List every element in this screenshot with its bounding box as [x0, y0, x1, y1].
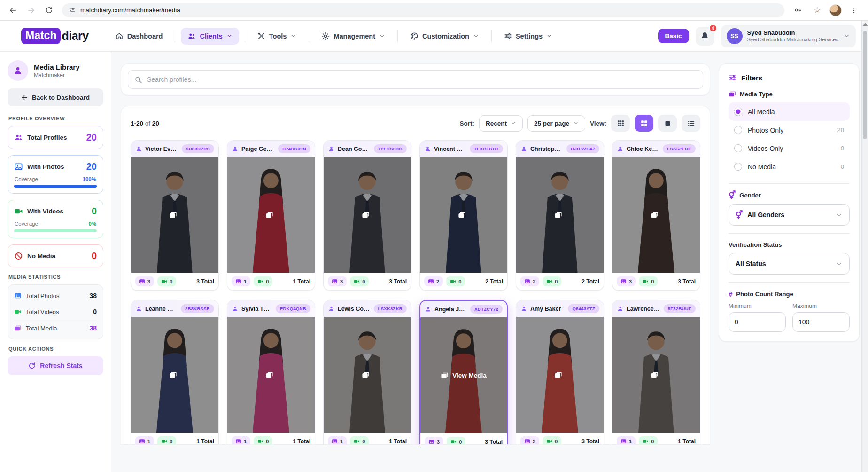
site-info-icon[interactable]: [69, 7, 76, 14]
sort-dropdown[interactable]: Recent: [479, 115, 523, 132]
profile-card[interactable]: Christopher H... HJBAVH4Z: [516, 140, 604, 291]
plan-badge[interactable]: Basic: [658, 29, 689, 43]
profile-id-badge: LSXK3ZKR: [374, 304, 407, 313]
address-bar[interactable]: matchdiary.com/matchmaker/media: [62, 3, 784, 17]
view-media-overlay[interactable]: [612, 317, 700, 433]
profile-photo[interactable]: [612, 317, 700, 433]
maximum-input[interactable]: [792, 312, 850, 332]
view-media-overlay[interactable]: [420, 157, 507, 273]
view-media-overlay[interactable]: [324, 317, 411, 433]
view-medium-grid-button[interactable]: [635, 115, 653, 132]
chevron-down-icon: [290, 33, 296, 39]
profile-photo[interactable]: [612, 157, 700, 273]
view-media-overlay[interactable]: [612, 157, 700, 273]
refresh-icon: [28, 362, 36, 370]
profile-card-header: Chloe Kennedy FSA5ZEUE: [612, 141, 700, 157]
profile-card[interactable]: Lawrence Oliver 5F82BUUF: [612, 300, 700, 444]
page-size-dropdown[interactable]: 25 per page: [527, 115, 585, 132]
nav-dashboard[interactable]: Dashboard: [108, 28, 170, 45]
photo-icon: [620, 438, 627, 444]
view-media-overlay[interactable]: [516, 157, 604, 273]
filter-option-videos-only[interactable]: Videos Only 0: [728, 139, 850, 157]
view-media-overlay[interactable]: [324, 157, 411, 273]
photos-coverage-bar: [14, 185, 97, 188]
profile-card-header: Lawrence Oliver 5F82BUUF: [612, 300, 700, 317]
view-media-overlay[interactable]: [227, 317, 315, 433]
profile-card[interactable]: Angela James XDTZCY72 View Media: [419, 300, 508, 444]
back-to-dashboard-button[interactable]: Back to Dashboard: [8, 88, 103, 106]
browser-back-button[interactable]: [6, 3, 21, 18]
profile-card[interactable]: Vincent West TLKBTKCT: [419, 140, 508, 291]
media-icon: [441, 371, 449, 379]
browser-profile-avatar[interactable]: [829, 4, 842, 16]
user-menu[interactable]: SS Syed Shabuddin Syed Shabuddin Matchma…: [721, 25, 856, 47]
total-media-label: 1 Total: [678, 438, 696, 445]
profile-photo[interactable]: [131, 317, 218, 433]
profile-name: Paige George: [241, 146, 275, 152]
profile-photo[interactable]: [227, 317, 315, 433]
browser-menu-icon[interactable]: [846, 3, 861, 18]
view-media-overlay[interactable]: [227, 157, 315, 273]
profile-card[interactable]: Victor Evans 9U83RZRS: [131, 140, 219, 291]
person-icon: [232, 145, 239, 152]
media-type-label: Media Type: [740, 91, 773, 98]
profile-card[interactable]: Leanne Moore 2B8KRSSR: [131, 300, 219, 444]
view-media-overlay[interactable]: [516, 317, 604, 433]
page-scrollbar[interactable]: [861, 21, 868, 472]
photo-count-badge: 3: [617, 276, 636, 286]
profile-photo[interactable]: [324, 317, 411, 433]
scroll-up-arrow[interactable]: [863, 23, 868, 26]
profile-photo[interactable]: [516, 157, 604, 273]
filter-option-photos-only[interactable]: Photos Only 20: [728, 121, 850, 139]
filter-option-all-media[interactable]: All Media: [728, 102, 850, 121]
profile-card[interactable]: Dean Gonzalez T2FCS2DG: [323, 140, 411, 291]
refresh-stats-button[interactable]: Refresh Stats: [8, 356, 103, 375]
video-count: 0: [459, 439, 462, 445]
nav-tools[interactable]: Tools: [251, 28, 303, 44]
profile-card[interactable]: Paige George H74DK39N: [227, 140, 315, 291]
view-media-overlay[interactable]: [131, 157, 218, 273]
nav-settings[interactable]: Settings: [497, 28, 559, 44]
search-box[interactable]: [128, 70, 703, 89]
profile-photo[interactable]: [324, 157, 411, 273]
password-key-icon[interactable]: [790, 3, 805, 18]
profile-photo[interactable]: View Media: [420, 317, 507, 433]
profile-photo[interactable]: [420, 157, 507, 273]
scrollbar-thumb[interactable]: [863, 31, 867, 139]
person-icon: [617, 145, 624, 152]
profile-card[interactable]: Amy Baker Q6443ATZ: [516, 300, 604, 444]
filter-option-no-media[interactable]: No Media 0: [728, 157, 850, 176]
browser-forward-button[interactable]: [23, 3, 39, 18]
filters-title: Filters: [741, 74, 762, 82]
nav-customization[interactable]: Customization: [403, 28, 486, 45]
photo-count: 1: [244, 439, 247, 444]
media-icon: [362, 211, 370, 219]
view-media-overlay[interactable]: [131, 317, 218, 433]
view-list-button[interactable]: [682, 115, 700, 132]
nav-management[interactable]: Management: [315, 28, 392, 45]
profile-photo[interactable]: [227, 157, 315, 273]
verification-status-select[interactable]: All Status: [728, 253, 850, 275]
profile-id-badge: H74DK39N: [278, 144, 310, 153]
profile-card[interactable]: Sylvia Thomp... EDKQ4QNB: [227, 300, 315, 444]
profile-card-footer: 1 0 1 Total: [612, 433, 700, 444]
radio-icon: [734, 108, 742, 116]
profile-card[interactable]: Lewis Cooke LSXK3ZKR: [323, 300, 411, 444]
profile-card-footer: 2 0 2 Total: [420, 273, 507, 290]
gender-select[interactable]: ⚥ All Genders: [728, 204, 850, 226]
nav-clients[interactable]: Clients: [181, 28, 239, 45]
profile-card[interactable]: Chloe Kennedy FSA5ZEUE: [612, 140, 700, 291]
profile-photo[interactable]: [516, 317, 604, 433]
view-small-grid-button[interactable]: [611, 115, 630, 132]
photo-count-badge: 2: [520, 276, 539, 286]
view-media-overlay[interactable]: View Media: [420, 317, 507, 433]
profile-photo[interactable]: [131, 157, 218, 273]
media-icon: [554, 371, 562, 379]
browser-reload-button[interactable]: [41, 3, 56, 18]
matchdiary-logo[interactable]: Match diary: [21, 28, 89, 44]
view-large-button[interactable]: [658, 115, 677, 132]
notifications-button[interactable]: 4: [696, 27, 714, 46]
bookmark-star-icon[interactable]: ☆: [810, 3, 825, 18]
search-input[interactable]: [147, 76, 697, 83]
minimum-input[interactable]: [728, 312, 786, 332]
